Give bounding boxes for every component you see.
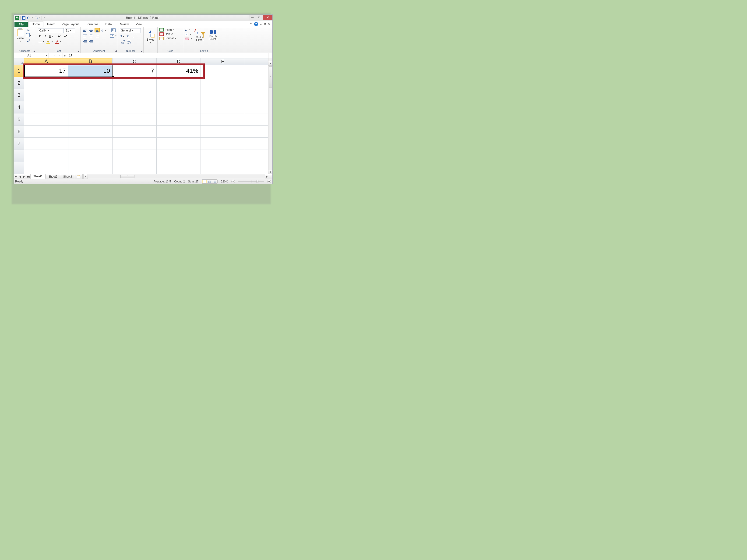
fill-button[interactable]: ▾ [185, 33, 192, 36]
zoom-in-button[interactable]: + [267, 180, 271, 183]
decrease-indent-button[interactable] [82, 39, 87, 44]
underline-button[interactable]: U▾ [48, 34, 54, 38]
paste-button[interactable]: Paste ▼ [16, 28, 25, 43]
cell-b9[interactable] [68, 162, 112, 174]
font-color-button[interactable]: A▾ [54, 39, 62, 44]
tab-home[interactable]: Home [28, 21, 44, 27]
cell-c9[interactable] [112, 162, 157, 174]
cell-a9[interactable] [24, 162, 68, 174]
cell-c4[interactable] [112, 101, 157, 113]
cell-e7[interactable] [201, 138, 245, 150]
row-header-3[interactable]: 3 [14, 89, 24, 101]
name-box-dropdown-icon[interactable]: ▼ [46, 54, 48, 57]
cell-c8[interactable] [112, 150, 157, 162]
cell-d2[interactable] [157, 77, 201, 89]
cell-e4[interactable] [201, 101, 245, 113]
col-header-d[interactable]: D [157, 58, 201, 65]
help-icon[interactable]: ? [254, 22, 258, 26]
workbook-restore-icon[interactable]: ⧉ [264, 23, 266, 26]
formula-input[interactable]: 17 [68, 53, 268, 58]
cell-c5[interactable] [112, 113, 157, 126]
col-header-a[interactable]: A [24, 58, 68, 65]
wrap-text-button[interactable] [109, 28, 117, 32]
sheet-tab-3[interactable]: Sheet3 [60, 174, 75, 179]
cell-a3[interactable] [24, 89, 68, 101]
cell-a1[interactable]: 17 [24, 65, 68, 77]
cell-e6[interactable] [201, 126, 245, 138]
col-header-c[interactable]: C [112, 58, 157, 65]
split-box-horizontal[interactable] [269, 174, 273, 179]
number-format-combo[interactable]: General▾ [120, 28, 141, 33]
cell-f6[interactable] [245, 126, 268, 138]
font-name-combo[interactable]: Calibri▾ [38, 28, 64, 33]
insert-function-button[interactable]: fx [63, 53, 68, 58]
cell-d1[interactable]: 41% [157, 65, 201, 77]
cell-f1[interactable] [245, 65, 268, 77]
styles-button[interactable]: Styles ▼ [146, 28, 155, 44]
comma-format-button[interactable] [131, 34, 135, 38]
cell-c3[interactable] [112, 89, 157, 101]
view-page-break-button[interactable] [212, 180, 217, 183]
hscroll-thumb[interactable] [121, 175, 134, 178]
scroll-right-button[interactable]: ▶ [265, 174, 269, 179]
cell-d4[interactable] [157, 101, 201, 113]
expand-formula-bar-button[interactable]: ⌄ [268, 53, 273, 58]
cell-e9[interactable] [201, 162, 245, 174]
accounting-format-button[interactable]: ▾ [120, 34, 125, 38]
tab-page-layout[interactable]: Page Layout [58, 22, 82, 27]
scroll-down-button[interactable]: ▼ [268, 170, 273, 174]
cell-a7[interactable] [24, 138, 68, 150]
increase-indent-button[interactable] [88, 39, 94, 44]
merge-center-button[interactable]: ▾ [109, 34, 117, 38]
cell-b2[interactable] [68, 77, 112, 89]
tab-nav-next[interactable]: ▶ [22, 174, 26, 179]
cell-e5[interactable] [201, 113, 245, 126]
align-right-button[interactable] [95, 34, 100, 38]
col-header-e[interactable]: E [201, 58, 245, 65]
copy-button[interactable]: ▾ [26, 33, 31, 37]
cell-b8[interactable] [68, 150, 112, 162]
zoom-out-button[interactable]: − [231, 180, 235, 183]
font-size-combo[interactable]: 11▾ [65, 28, 75, 33]
alignment-dialog-launcher[interactable]: ◢ [115, 50, 117, 52]
decrease-font-size-button[interactable]: A▼ [63, 34, 68, 38]
percent-format-button[interactable] [126, 34, 130, 38]
zoom-slider-thumb[interactable] [257, 180, 258, 183]
tab-nav-last[interactable]: ⏭ [26, 174, 31, 179]
minimize-button[interactable]: — [249, 15, 256, 20]
cell-c1[interactable]: 7 [112, 65, 157, 77]
cell-e3[interactable] [201, 89, 245, 101]
cell-f3[interactable] [245, 89, 268, 101]
view-normal-button[interactable] [202, 180, 207, 183]
cell-e1[interactable] [201, 65, 245, 77]
zoom-slider[interactable] [238, 181, 264, 182]
cut-button[interactable] [26, 28, 31, 32]
file-tab[interactable]: File [15, 22, 28, 27]
col-header-b[interactable]: B [68, 58, 112, 65]
vertical-scrollbar[interactable]: ▲ ▼ [268, 58, 273, 174]
tab-nav-first[interactable]: ⏮ [14, 174, 18, 179]
cell-b1[interactable]: 10 [68, 65, 112, 77]
row-header-2[interactable]: 2 [14, 77, 24, 89]
cell-b7[interactable] [68, 138, 112, 150]
increase-decimal-button[interactable]: ←.0.00 [120, 40, 125, 44]
cell-a8[interactable] [24, 150, 68, 162]
cells-format-button[interactable]: Format ▾ [159, 37, 176, 40]
fill-handle[interactable] [112, 76, 114, 78]
cell-d3[interactable] [157, 89, 201, 101]
tab-formulas[interactable]: Formulas [82, 22, 102, 27]
maximize-button[interactable]: □ [256, 15, 263, 20]
cell-d9[interactable] [157, 162, 201, 174]
view-page-layout-button[interactable] [207, 180, 212, 183]
cell-d8[interactable] [157, 150, 201, 162]
hscroll-track[interactable] [88, 174, 265, 179]
fill-color-button[interactable]: ▾ [46, 39, 53, 44]
decrease-decimal-button[interactable]: .00→.0 [126, 40, 132, 44]
cell-a5[interactable] [24, 113, 68, 126]
row-header-6[interactable]: 6 [14, 126, 24, 138]
vscroll-track[interactable] [268, 65, 273, 170]
cell-c2[interactable] [112, 77, 157, 89]
number-dialog-launcher[interactable]: ◢ [141, 50, 143, 52]
tab-review[interactable]: Review [115, 22, 132, 27]
ribbon-collapse-icon[interactable]: ⌃ [250, 22, 252, 26]
